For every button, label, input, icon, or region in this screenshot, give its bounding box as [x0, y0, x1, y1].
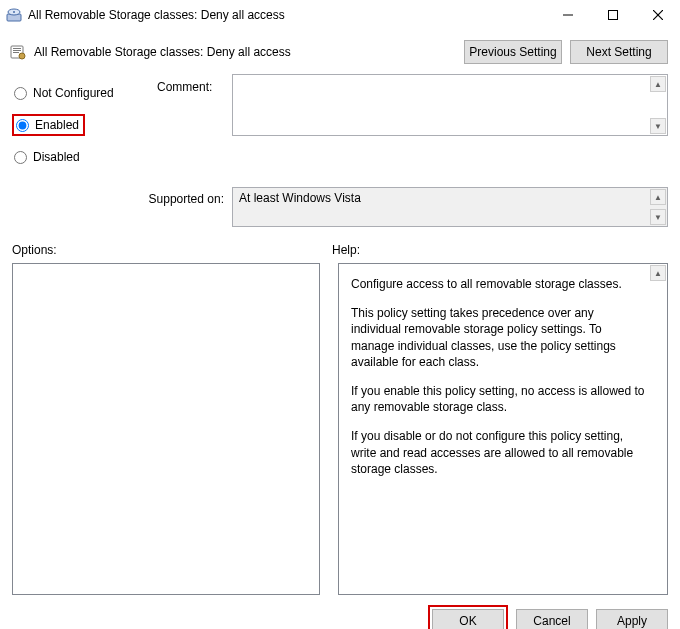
svg-rect-4	[608, 11, 617, 20]
supported-on-value: At least Windows Vista	[239, 191, 361, 205]
setting-name: All Removable Storage classes: Deny all …	[34, 45, 456, 59]
ok-button-highlight: OK	[428, 605, 508, 629]
dialog-footer: OK Cancel Apply	[0, 595, 680, 629]
radio-disabled[interactable]: Disabled	[12, 148, 157, 166]
svg-rect-8	[13, 48, 21, 49]
radio-enabled-input[interactable]	[16, 119, 29, 132]
minimize-button[interactable]	[545, 0, 590, 30]
radio-label: Disabled	[33, 150, 80, 164]
help-pane: ▲ Configure access to all removable stor…	[338, 263, 668, 595]
scroll-up-icon[interactable]: ▲	[650, 76, 666, 92]
svg-point-2	[13, 11, 15, 13]
scroll-down-icon[interactable]: ▼	[650, 118, 666, 134]
help-paragraph: If you disable or do not configure this …	[351, 428, 645, 477]
policy-icon	[10, 44, 26, 60]
supported-row: Supported on: At least Windows Vista ▲ ▼	[12, 187, 668, 227]
previous-setting-button[interactable]: Previous Setting	[464, 40, 562, 64]
apply-button[interactable]: Apply	[596, 609, 668, 629]
options-pane	[12, 263, 320, 595]
svg-point-11	[19, 53, 25, 59]
help-paragraph: If you enable this policy setting, no ac…	[351, 383, 645, 415]
window-titlebar: All Removable Storage classes: Deny all …	[0, 0, 680, 30]
supported-on-label: Supported on:	[12, 187, 232, 206]
window-controls	[545, 0, 680, 30]
next-setting-button[interactable]: Next Setting	[570, 40, 668, 64]
options-label: Options:	[12, 243, 332, 257]
comment-input[interactable]: ▲ ▼	[232, 74, 668, 136]
pane-labels: Options: Help:	[12, 243, 668, 257]
help-text: Configure access to all removable storag…	[339, 264, 667, 502]
header: All Removable Storage classes: Deny all …	[0, 30, 680, 74]
close-button[interactable]	[635, 0, 680, 30]
supported-on-value-box: At least Windows Vista ▲ ▼	[232, 187, 668, 227]
radio-not-configured[interactable]: Not Configured	[12, 84, 157, 102]
help-paragraph: Configure access to all removable storag…	[351, 276, 645, 292]
radio-not-configured-input[interactable]	[14, 87, 27, 100]
comment-label: Comment:	[157, 74, 232, 94]
panes: ▲ Configure access to all removable stor…	[12, 263, 668, 595]
scroll-up-icon[interactable]: ▲	[650, 265, 666, 281]
app-icon	[6, 7, 22, 23]
radio-enabled[interactable]: Enabled	[12, 114, 85, 136]
config-row: Not Configured Enabled Disabled Comment:…	[12, 74, 668, 172]
window-title: All Removable Storage classes: Deny all …	[28, 8, 545, 22]
svg-rect-10	[13, 52, 19, 53]
ok-button[interactable]: OK	[432, 609, 504, 629]
cancel-button[interactable]: Cancel	[516, 609, 588, 629]
help-label: Help:	[332, 243, 668, 257]
scroll-up-icon[interactable]: ▲	[650, 189, 666, 205]
maximize-button[interactable]	[590, 0, 635, 30]
radio-disabled-input[interactable]	[14, 151, 27, 164]
radio-label: Not Configured	[33, 86, 114, 100]
scroll-down-icon[interactable]: ▼	[650, 209, 666, 225]
state-radios: Not Configured Enabled Disabled	[12, 74, 157, 172]
help-paragraph: This policy setting takes precedence ove…	[351, 305, 645, 370]
svg-rect-9	[13, 50, 21, 51]
radio-label: Enabled	[35, 118, 79, 132]
